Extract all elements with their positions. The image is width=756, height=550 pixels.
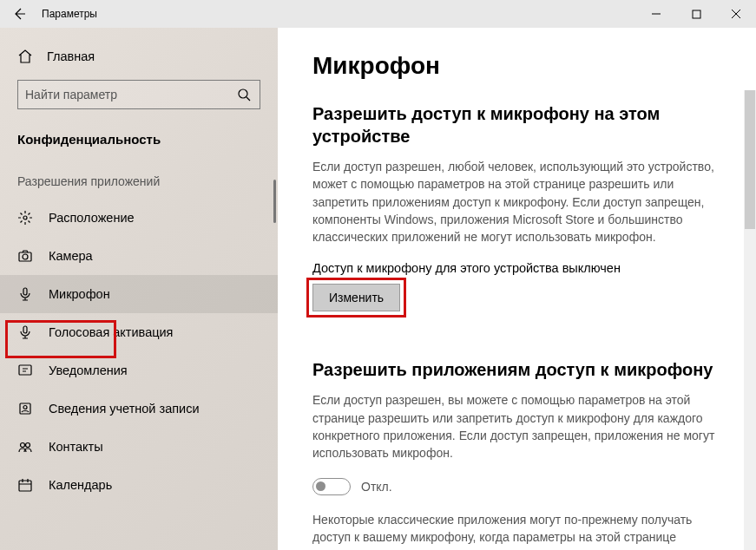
section2-footer: Некоторые классические приложения могут … [312, 511, 729, 550]
svg-point-10 [21, 443, 25, 448]
sidebar-item-label: Расположение [49, 211, 135, 225]
close-button[interactable] [716, 0, 756, 28]
voice-icon [17, 324, 33, 340]
sidebar-item-label: Сведения учетной записи [49, 402, 200, 416]
search-box[interactable] [17, 80, 260, 109]
content-wrap: Микрофон Разрешить доступ к микрофону на… [278, 28, 756, 550]
maximize-icon [692, 10, 701, 19]
back-button[interactable] [0, 0, 38, 28]
search-icon [235, 88, 253, 101]
sidebar-item-label: Уведомления [49, 363, 128, 377]
search-input[interactable] [25, 88, 235, 101]
minimize-button[interactable] [636, 0, 676, 28]
section1-desc: Если доступ разрешен, любой человек, исп… [312, 158, 729, 246]
svg-point-1 [239, 89, 247, 98]
contacts-icon [17, 439, 33, 455]
footer-text: Некоторые классические приложения могут … [312, 513, 692, 550]
content-scrollbar-thumb[interactable] [745, 90, 755, 229]
microphone-icon [17, 286, 33, 302]
sidebar: Главная Конфиденциальность Разрешения пр… [0, 28, 278, 550]
maximize-button[interactable] [676, 0, 716, 28]
sidebar-item-location[interactable]: Расположение [0, 199, 278, 237]
window-buttons [636, 0, 756, 28]
sidebar-item-account[interactable]: Сведения учетной записи [0, 390, 278, 428]
sidebar-item-label: Календарь [49, 478, 112, 492]
close-icon [731, 9, 741, 19]
sidebar-item-label: Контакты [49, 440, 103, 454]
location-icon [17, 210, 33, 226]
svg-point-2 [23, 216, 27, 219]
toggle-row: Откл. [312, 478, 730, 495]
section2-title: Разрешить приложениям доступ к микрофону [312, 358, 730, 381]
app-body: Главная Конфиденциальность Разрешения пр… [0, 28, 756, 550]
camera-icon [17, 248, 33, 264]
change-button[interactable]: Изменить [312, 284, 400, 311]
sidebar-item-microphone[interactable]: Микрофон [0, 275, 278, 313]
svg-point-11 [26, 443, 30, 448]
content: Микрофон Разрешить доступ к микрофону на… [278, 28, 756, 550]
mic-status: Доступ к микрофону для этого устройства … [312, 261, 730, 275]
svg-rect-12 [19, 481, 31, 491]
sidebar-scrollbar[interactable] [273, 180, 276, 223]
sidebar-item-label: Голосовая активация [49, 325, 173, 339]
change-wrap: Изменить [312, 284, 400, 311]
minimize-icon [651, 9, 661, 19]
sidebar-item-camera[interactable]: Камера [0, 237, 278, 275]
window-title: Параметры [38, 8, 636, 20]
account-icon [17, 401, 33, 416]
section-header: Разрешения приложений [0, 169, 278, 199]
arrow-left-icon [12, 7, 26, 21]
home-nav[interactable]: Главная [0, 43, 278, 80]
sidebar-item-notifications[interactable]: Уведомления [0, 351, 278, 390]
sidebar-item-label: Камера [49, 249, 93, 263]
svg-point-4 [23, 254, 28, 259]
section1-title: Разрешить доступ к микрофону на этом уст… [312, 102, 730, 147]
section2-desc: Если доступ разрешен, вы можете с помощь… [312, 391, 729, 462]
sidebar-item-contacts[interactable]: Контакты [0, 428, 278, 466]
svg-rect-0 [693, 10, 700, 18]
sidebar-item-calendar[interactable]: Календарь [0, 466, 278, 504]
svg-point-9 [23, 406, 27, 409]
apps-toggle[interactable] [312, 478, 351, 495]
svg-rect-5 [23, 288, 27, 295]
toggle-knob [316, 481, 325, 491]
toggle-label: Откл. [361, 480, 392, 494]
svg-rect-7 [19, 365, 31, 375]
sidebar-item-label: Микрофон [49, 287, 110, 301]
notification-icon [17, 363, 33, 378]
svg-rect-6 [23, 326, 27, 333]
category-title: Конфиденциальность [0, 127, 278, 169]
titlebar: Параметры [0, 0, 756, 28]
sidebar-item-voice[interactable]: Голосовая активация [0, 313, 278, 351]
page-title: Микрофон [312, 52, 730, 80]
home-label: Главная [47, 49, 95, 63]
home-icon [17, 49, 33, 64]
calendar-icon [17, 477, 33, 493]
